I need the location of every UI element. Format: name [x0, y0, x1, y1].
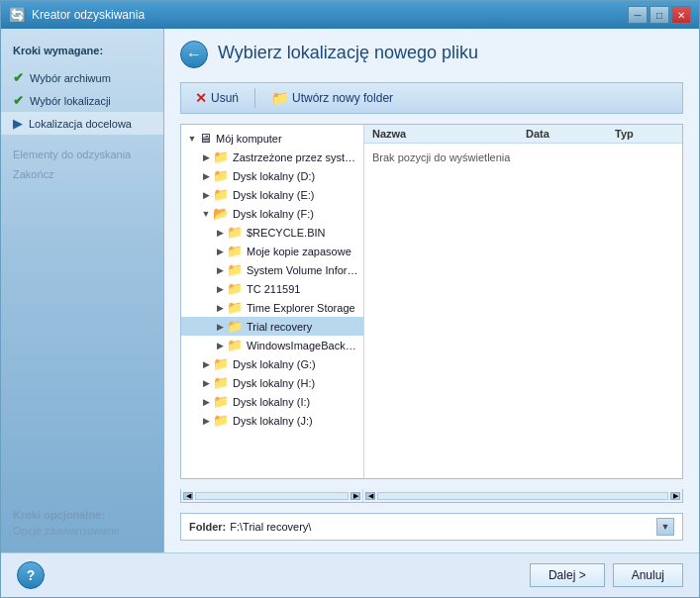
expand-icon-t12: ▶	[199, 357, 213, 371]
tree-label-t13: Dysk lokalny (H:)	[233, 377, 315, 389]
sidebar-header: Kroki wymagane:	[1, 39, 163, 66]
tree-item-t3[interactable]: ▶ 📁 Dysk lokalny (E:)	[181, 185, 363, 204]
expand-icon-t7: ▶	[213, 263, 227, 277]
hscroll-right[interactable]: ▶	[350, 492, 360, 500]
folder-icon-t5: 📁	[227, 225, 243, 240]
sidebar-label-archiwum: Wybór archiwum	[30, 72, 111, 84]
title-bar: 🔄 Kreator odzyskiwania ─ □ ✕	[1, 1, 699, 29]
col-header-type: Typ	[615, 128, 674, 140]
detail-hscroll-left[interactable]: ◀	[365, 492, 375, 500]
tree-label-t7: System Volume Inform...	[247, 264, 359, 276]
back-button[interactable]: ←	[180, 41, 208, 68]
create-folder-label: Utwórz nowy folder	[292, 91, 393, 105]
hscroll-thumb[interactable]	[195, 492, 349, 500]
expand-icon-t2: ▶	[199, 169, 213, 183]
maximize-button[interactable]: □	[650, 6, 669, 24]
close-button[interactable]: ✕	[671, 6, 691, 24]
folder-icon-t13: 📁	[213, 375, 229, 390]
expand-icon-t1: ▶	[199, 150, 213, 164]
folder-icon-t14: 📁	[213, 394, 229, 409]
cancel-button[interactable]: Anuluj	[613, 563, 683, 587]
file-browser: ▼ 🖥 Mój komputer ▶ 📁 Zastrzeżone przez s…	[180, 124, 683, 479]
tree-label-t14: Dysk lokalny (I:)	[233, 396, 310, 408]
sidebar-label-lokalizacja: Lokalizacja docelowa	[29, 118, 132, 130]
tree-item-t12[interactable]: ▶ 📁 Dysk lokalny (G:)	[181, 354, 363, 373]
col-header-name: Nazwa	[372, 128, 526, 140]
expand-icon-root: ▼	[185, 132, 199, 146]
toolbar-separator	[254, 88, 255, 108]
window-icon: 🔄	[9, 7, 26, 23]
tree-item-t9[interactable]: ▶ 📁 Time Explorer Storage	[181, 298, 363, 317]
tree-label-root: Mój komputer	[216, 133, 282, 145]
tree-item-t1[interactable]: ▶ 📁 Zastrzeżone przez system	[181, 148, 363, 166]
tree-item-root[interactable]: ▼ 🖥 Mój komputer	[181, 129, 363, 148]
tree-item-t14[interactable]: ▶ 📁 Dysk lokalny (I:)	[181, 392, 363, 411]
tree-item-t11[interactable]: ▶ 📁 WindowsImageBacku...	[181, 336, 363, 354]
bottom-bar: ? Dalej > Anuluj	[1, 552, 699, 597]
tree-item-t6[interactable]: ▶ 📁 Moje kopie zapasowe	[181, 242, 363, 260]
create-folder-button[interactable]: 📁 Utwórz nowy folder	[263, 87, 401, 109]
tree-item-t4[interactable]: ▼ 📂 Dysk lokalny (F:)	[181, 204, 363, 223]
tree-item-t5[interactable]: ▶ 📁 $RECYCLE.BIN	[181, 223, 363, 242]
detail-empty-message: Brak pozycji do wyświetlenia	[364, 144, 682, 478]
expand-icon-t8: ▶	[213, 282, 227, 296]
detail-hscroll-thumb[interactable]	[377, 492, 668, 500]
detail-header: Nazwa Data Typ	[364, 125, 682, 144]
sidebar: Kroki wymagane: ✔ Wybór archiwum ✔ Wybór…	[1, 29, 164, 552]
sidebar-item-lokalizacja[interactable]: ▶ Lokalizacja docelowa	[1, 112, 163, 135]
sidebar-label-zakoncz: Zakończ	[13, 168, 54, 180]
content-area: ← Wybierz lokalizację nowego pliku ✕ Usu…	[164, 29, 699, 552]
tree-item-t8[interactable]: ▶ 📁 TC 211591	[181, 279, 363, 298]
tree-hscroll[interactable]: ◀ ▶	[181, 489, 363, 502]
expand-icon-t10: ▶	[213, 320, 227, 334]
path-dropdown-button[interactable]: ▼	[656, 518, 674, 536]
tree-item-t13[interactable]: ▶ 📁 Dysk lokalny (H:)	[181, 373, 363, 392]
hscroll-left[interactable]: ◀	[183, 492, 193, 500]
check-icon-1: ✔	[13, 70, 24, 85]
folder-icon-t3: 📁	[213, 187, 229, 202]
tree-panel[interactable]: ▼ 🖥 Mój komputer ▶ 📁 Zastrzeżone przez s…	[181, 125, 364, 478]
check-icon-2: ✔	[13, 93, 24, 108]
path-value: F:\Trial recovery\	[230, 521, 652, 533]
col-header-date: Data	[526, 128, 615, 140]
help-button[interactable]: ?	[17, 561, 45, 589]
expand-icon-t3: ▶	[199, 188, 213, 202]
bottom-left: ?	[17, 561, 45, 589]
folder-icon-t8: 📁	[227, 281, 243, 296]
tree-label-t11: WindowsImageBacku...	[247, 340, 359, 351]
tree-label-t15: Dysk lokalny (J:)	[233, 415, 313, 427]
tree-item-t15[interactable]: ▶ 📁 Dysk lokalny (J:)	[181, 411, 363, 430]
sidebar-item-elementy: Elementy do odzyskania	[13, 145, 151, 164]
tree-item-t7[interactable]: ▶ 📁 System Volume Inform...	[181, 260, 363, 279]
detail-panel: Nazwa Data Typ Brak pozycji do wyświetle…	[364, 125, 682, 478]
delete-button[interactable]: ✕ Usuń	[187, 87, 247, 109]
tree-label-t9: Time Explorer Storage	[247, 302, 355, 314]
folder-icon-t9: 📁	[227, 300, 243, 315]
tree-label-t5: $RECYCLE.BIN	[247, 227, 325, 239]
sidebar-item-lokalizacji[interactable]: ✔ Wybór lokalizacji	[1, 89, 163, 112]
tree-label-t6: Moje kopie zapasowe	[247, 246, 351, 257]
folder-icon-t6: 📁	[227, 244, 243, 258]
tree-item-t10[interactable]: ▶ 📁 Trial recovery	[181, 317, 363, 336]
delete-icon: ✕	[195, 90, 207, 106]
minimize-button[interactable]: ─	[628, 6, 648, 24]
detail-hscroll-right[interactable]: ▶	[670, 492, 680, 500]
tree-item-t2[interactable]: ▶ 📁 Dysk lokalny (D:)	[181, 166, 363, 185]
tree-label-t1: Zastrzeżone przez system	[233, 151, 359, 163]
sidebar-item-archiwum[interactable]: ✔ Wybór archiwum	[1, 66, 163, 89]
next-button[interactable]: Dalej >	[530, 563, 605, 587]
folder-icon-t1: 📁	[213, 150, 229, 164]
tree-label-t4: Dysk lokalny (F:)	[233, 208, 314, 220]
expand-icon-t5: ▶	[213, 226, 227, 240]
folder-create-icon: 📁	[271, 90, 288, 106]
detail-hscroll[interactable]: ◀ ▶	[363, 489, 682, 502]
sidebar-label-lokalizacji: Wybór lokalizacji	[30, 95, 111, 107]
tree-label-t3: Dysk lokalny (E:)	[233, 189, 315, 201]
toolbar: ✕ Usuń 📁 Utwórz nowy folder	[180, 82, 683, 114]
folder-icon-t10: 📁	[227, 319, 243, 334]
main-layout: Kroki wymagane: ✔ Wybór archiwum ✔ Wybór…	[1, 29, 699, 552]
hscroll-area: ◀ ▶ ◀ ▶	[180, 489, 683, 503]
optional-steps-header: Kroki opcjonalne:	[13, 509, 151, 521]
path-label: Folder:	[189, 521, 226, 533]
expand-icon-t15: ▶	[199, 414, 213, 428]
